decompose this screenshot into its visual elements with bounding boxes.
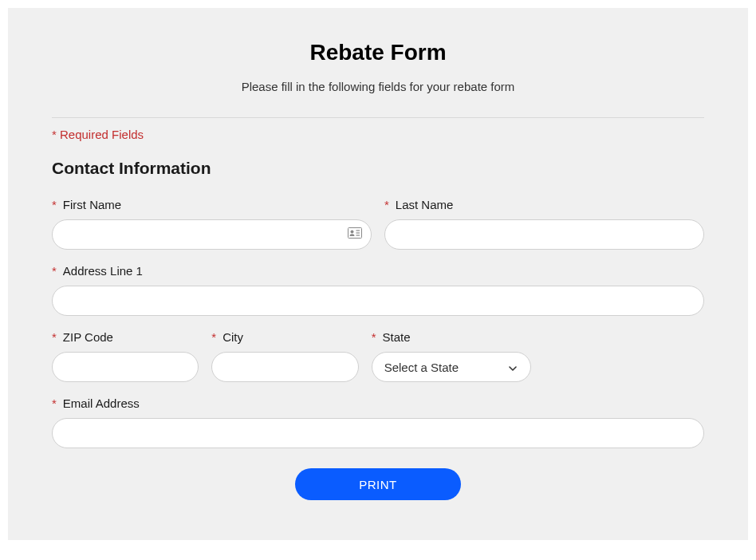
label-state: * State bbox=[372, 330, 531, 344]
zip-input[interactable] bbox=[52, 352, 199, 382]
first-name-input-wrapper bbox=[52, 219, 372, 250]
label-text-zip: ZIP Code bbox=[63, 330, 113, 344]
label-text-state: State bbox=[382, 330, 410, 344]
group-city: * City bbox=[211, 330, 358, 382]
form-container: Rebate Form Please fill in the following… bbox=[8, 8, 748, 540]
id-card-icon bbox=[348, 227, 362, 242]
row-address: * Address Line 1 bbox=[52, 264, 704, 316]
label-text-city: City bbox=[222, 330, 243, 344]
group-email: * Email Address bbox=[52, 396, 704, 448]
label-last-name: * Last Name bbox=[384, 198, 704, 211]
row-name: * First Name * bbox=[52, 198, 704, 250]
required-asterisk: * bbox=[52, 396, 57, 410]
submit-row: PRINT bbox=[52, 468, 704, 500]
group-state: * State Select a State bbox=[372, 330, 531, 382]
form-title: Rebate Form bbox=[52, 40, 704, 65]
required-asterisk: * bbox=[372, 330, 376, 344]
label-email: * Email Address bbox=[52, 396, 704, 410]
section-title: Contact Information bbox=[52, 159, 704, 178]
label-text-email: Email Address bbox=[63, 396, 140, 410]
label-city: * City bbox=[211, 330, 358, 344]
state-select[interactable]: Select a State bbox=[372, 352, 531, 382]
required-asterisk: * bbox=[384, 198, 389, 211]
email-input[interactable] bbox=[52, 418, 704, 448]
group-zip: * ZIP Code bbox=[52, 330, 199, 382]
print-button[interactable]: PRINT bbox=[295, 468, 461, 500]
svg-point-1 bbox=[351, 231, 354, 234]
group-first-name: * First Name bbox=[52, 198, 372, 250]
required-fields-note: * Required Fields bbox=[52, 128, 704, 141]
last-name-input[interactable] bbox=[384, 219, 704, 250]
label-text-last-name: Last Name bbox=[396, 198, 454, 211]
row-email: * Email Address bbox=[52, 396, 704, 448]
form-subtitle: Please fill in the following fields for … bbox=[52, 80, 704, 93]
first-name-input[interactable] bbox=[52, 219, 372, 250]
group-address1: * Address Line 1 bbox=[52, 264, 704, 316]
required-asterisk: * bbox=[52, 330, 57, 344]
row-location: * ZIP Code * City * State Select a State bbox=[52, 330, 704, 382]
divider bbox=[52, 117, 704, 118]
city-input[interactable] bbox=[211, 352, 358, 382]
group-last-name: * Last Name bbox=[384, 198, 704, 250]
address1-input[interactable] bbox=[52, 286, 704, 316]
state-select-wrapper: Select a State bbox=[372, 352, 531, 382]
label-zip: * ZIP Code bbox=[52, 330, 199, 344]
required-asterisk: * bbox=[52, 198, 57, 211]
label-first-name: * First Name bbox=[52, 198, 372, 211]
required-asterisk: * bbox=[211, 330, 216, 344]
required-asterisk: * bbox=[52, 264, 57, 278]
label-text-first-name: First Name bbox=[63, 198, 121, 211]
label-address1: * Address Line 1 bbox=[52, 264, 704, 278]
label-text-address1: Address Line 1 bbox=[63, 264, 143, 278]
